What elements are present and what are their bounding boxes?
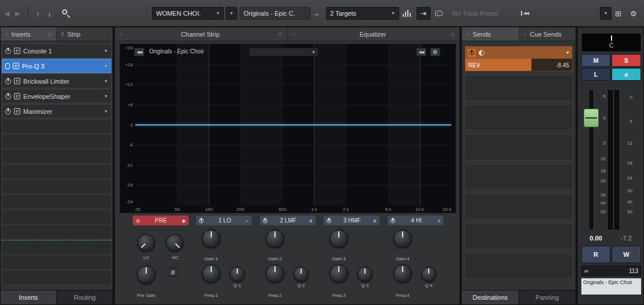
load-preset-arrow-icon[interactable]: → xyxy=(313,9,320,17)
power-icon[interactable] xyxy=(5,94,11,99)
insert-slot-empty[interactable] xyxy=(2,225,111,239)
eq-pre-header[interactable]: ⊘ PRE ◈ xyxy=(133,216,189,225)
listen-button[interactable]: L xyxy=(581,68,610,81)
nav-down-icon[interactable]: ↓ xyxy=(48,9,52,17)
meter-max-value[interactable]: 113 xyxy=(629,268,638,274)
send-slot-empty[interactable] xyxy=(465,75,573,101)
band-shape-icon[interactable]: ⌐ xyxy=(246,218,249,224)
pre-gain-knob[interactable] xyxy=(137,265,155,284)
insert-slot-empty[interactable] xyxy=(2,255,111,270)
channel-strip-arrow-button[interactable]: ⇥ xyxy=(417,7,430,20)
freq-knob[interactable] xyxy=(202,264,220,283)
tab-equalizer[interactable]: ○ Equalizer ◇ xyxy=(288,27,460,41)
phase-invert-button[interactable]: ø xyxy=(168,268,178,277)
nav-up-icon[interactable]: ↑ xyxy=(36,9,40,17)
power-icon[interactable] xyxy=(199,218,204,223)
tab-channel-strip[interactable]: ○ Channel Strip ◇ xyxy=(115,27,288,41)
send-slot-empty[interactable] xyxy=(465,134,573,160)
insert-slot-empty-prepost-divider[interactable] xyxy=(2,240,111,254)
edit-plugin-icon[interactable]: e xyxy=(14,108,20,114)
search-icon[interactable] xyxy=(61,9,71,18)
bypass-icon[interactable] xyxy=(5,63,10,69)
insert-slot-envelopeshaper[interactable]: e EnvelopeShaper ▼ xyxy=(2,89,111,103)
band-shape-icon[interactable]: ∧ xyxy=(372,218,377,224)
send-level-bar[interactable]: REV -8.45 xyxy=(465,59,573,71)
eq-curve-area[interactable] xyxy=(135,44,451,205)
send-power-icon[interactable] xyxy=(468,49,476,57)
solo-button[interactable]: S xyxy=(612,54,641,67)
eq-preset-selector[interactable]: ▼ xyxy=(249,48,319,56)
power-icon[interactable] xyxy=(5,78,11,84)
gain-knob[interactable] xyxy=(393,229,412,248)
tab-inserts[interactable]: ○ Inserts ◇ xyxy=(1,27,57,41)
channel-selector[interactable]: WOMEN CHOI. ▼ xyxy=(152,7,224,20)
insert-slot-empty[interactable] xyxy=(2,210,111,224)
insert-slot-empty[interactable] xyxy=(2,134,111,149)
freq-knob[interactable] xyxy=(266,264,284,283)
targets-selector[interactable]: 2 Targets ▼ xyxy=(326,7,399,20)
low-cut-knob[interactable] xyxy=(138,234,155,252)
peak-value[interactable]: -7.2 xyxy=(612,235,641,242)
bottom-tab-panning[interactable]: Panning xyxy=(519,290,576,304)
bottom-tab-destinations[interactable]: Destinations xyxy=(462,290,519,304)
meter-bars-icon[interactable] xyxy=(403,10,411,17)
eq-band-1-header[interactable]: 1 LO ⌐ xyxy=(196,216,252,225)
send-slot-empty[interactable] xyxy=(465,253,573,279)
insert-slot-brickwall[interactable]: e Brickwall Limiter ▼ xyxy=(2,74,111,88)
insert-slot-proq3[interactable]: e Pro-Q 3 ▼ xyxy=(2,59,111,73)
send-slot-empty[interactable] xyxy=(465,223,573,249)
gear-icon[interactable]: ⚙ xyxy=(630,9,637,17)
eq-band-3-header[interactable]: 3 HMF ∧ xyxy=(324,216,379,225)
chevron-down-icon[interactable]: ▼ xyxy=(104,64,108,68)
insert-slot-empty[interactable] xyxy=(2,164,111,179)
gain-knob[interactable] xyxy=(202,229,220,248)
send-slot-rev[interactable]: ▼ REV -8.45 xyxy=(465,46,573,71)
nav-back-icon[interactable]: ◀ xyxy=(5,9,9,17)
send-slot-empty[interactable] xyxy=(465,164,573,190)
bottom-tab-inserts[interactable]: Inserts xyxy=(1,290,57,304)
eq-band-2-header[interactable]: 2 LMF ∧ xyxy=(260,216,316,225)
high-cut-knob[interactable] xyxy=(166,234,183,252)
skip-back-icon[interactable]: ◀◀ xyxy=(521,11,529,16)
insert-slot-empty[interactable] xyxy=(2,180,111,194)
gain-knob[interactable] xyxy=(266,229,284,248)
chevron-down-icon[interactable]: ▼ xyxy=(104,94,108,98)
reset-eq-icon[interactable]: ◀◀ xyxy=(416,48,426,56)
eq-ab-switch-icon[interactable]: ◀◀ xyxy=(134,48,144,56)
preset-name-field[interactable]: Originals - Epic C. xyxy=(240,7,310,20)
insert-slot-empty[interactable] xyxy=(2,195,111,209)
edit-plugin-icon[interactable]: e xyxy=(14,48,20,54)
tab-strip[interactable]: ∥ Strip xyxy=(57,27,113,41)
edit-channel-button[interactable]: e xyxy=(612,68,641,81)
insert-slot-maximizer[interactable]: e Maximizer ▼ xyxy=(2,104,111,119)
insert-slot-empty[interactable] xyxy=(2,119,111,134)
send-slot-empty[interactable] xyxy=(465,193,573,220)
window-layout-icon[interactable]: ⊞ xyxy=(615,9,621,17)
q-knob[interactable] xyxy=(357,267,372,282)
tab-cue-sends[interactable]: ○ Cue Sends xyxy=(519,27,576,41)
gain-knob[interactable] xyxy=(330,229,348,248)
chevron-down-icon[interactable]: ▼ xyxy=(566,51,570,55)
gain-value[interactable]: 0.00 xyxy=(581,235,610,242)
power-icon[interactable] xyxy=(263,218,267,223)
functions-menu-button[interactable]: ▼ xyxy=(600,7,612,20)
insert-slot-empty[interactable] xyxy=(2,270,111,285)
freq-knob[interactable] xyxy=(393,264,412,283)
q-knob[interactable] xyxy=(230,267,245,282)
power-icon[interactable] xyxy=(5,109,11,114)
band-shape-icon[interactable]: √ xyxy=(437,218,440,224)
power-icon[interactable] xyxy=(327,218,331,223)
edit-plugin-icon[interactable]: e xyxy=(13,63,19,69)
read-automation-button[interactable]: R xyxy=(581,246,610,263)
power-icon[interactable] xyxy=(390,218,395,223)
ab-compare-icon[interactable]: ◈ xyxy=(182,218,186,224)
edit-plugin-icon[interactable]: e xyxy=(14,78,20,84)
chevron-down-icon[interactable]: ▼ xyxy=(104,49,108,53)
channel-menu-button[interactable]: ▼ xyxy=(226,7,237,20)
write-automation-button[interactable]: W xyxy=(612,246,641,263)
bottom-tab-routing[interactable]: Routing xyxy=(57,290,113,304)
freq-knob[interactable] xyxy=(330,264,348,283)
pre-post-icon[interactable] xyxy=(479,50,484,56)
band-shape-icon[interactable]: ∧ xyxy=(309,218,313,224)
eq-band-4-header[interactable]: 4 HI √ xyxy=(388,216,443,225)
